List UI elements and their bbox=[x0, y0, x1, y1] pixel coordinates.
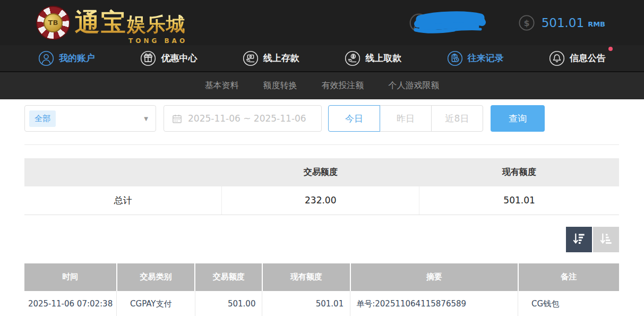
nav-item-withdraw[interactable]: 线上取款 bbox=[345, 50, 401, 66]
sub-nav: 基本资料 额度转换 有效投注额 个人游戏限额 bbox=[0, 72, 644, 99]
nav-label: 线上取款 bbox=[365, 52, 401, 64]
transactions-table: 时间 交易类别 交易额度 现有额度 摘要 备注 2025-11-06 07:02… bbox=[24, 263, 619, 316]
topbar: TB 通宝 娱乐城 TONG BAO 0 bbox=[0, 0, 644, 45]
main-nav: 我的账户 优惠中心 线上存款 线上取款 往来记录 信息公告 bbox=[0, 45, 644, 72]
brand-name: 通宝 娱乐城 TONG BAO bbox=[75, 6, 186, 39]
section-divider bbox=[24, 144, 619, 145]
quick-date-group: 今日 昨日 近8日 bbox=[328, 105, 483, 132]
nav-label: 线上存款 bbox=[263, 52, 299, 64]
col-header-remark: 备注 bbox=[518, 263, 619, 291]
svg-text:$: $ bbox=[523, 18, 529, 28]
filter-row: 全部 ▼ 2025-11-06 ~ 2025-11-06 今日 昨日 近8日 查… bbox=[24, 105, 619, 132]
col-header-amount: 交易额度 bbox=[195, 263, 262, 291]
nav-item-my-account[interactable]: 我的账户 bbox=[38, 50, 95, 66]
selected-type-tag: 全部 bbox=[29, 110, 56, 127]
summary-col-transaction-amount: 交易额度 bbox=[222, 158, 419, 186]
poker-chip-icon: TB bbox=[36, 6, 70, 40]
cell-remark: CG钱包 bbox=[518, 291, 619, 316]
transactions-header-row: 时间 交易类别 交易额度 现有额度 摘要 备注 bbox=[24, 263, 619, 291]
balance-currency: RMB bbox=[588, 17, 605, 28]
sort-descending-button[interactable] bbox=[566, 227, 592, 252]
gift-icon bbox=[140, 50, 156, 66]
content: 全部 ▼ 2025-11-06 ~ 2025-11-06 今日 昨日 近8日 查… bbox=[0, 105, 644, 316]
nav-item-announcements[interactable]: 信息公告 bbox=[549, 50, 606, 66]
brand-logo[interactable]: TB 通宝 娱乐城 TONG BAO bbox=[36, 6, 186, 40]
brand-name-secondary: 娱乐城 bbox=[127, 13, 186, 35]
summary-total-label: 总计 bbox=[24, 186, 222, 215]
dollar-circle-icon: $ bbox=[519, 15, 535, 31]
balance-amount: 501.01 bbox=[542, 16, 584, 30]
sort-ascending-icon bbox=[599, 232, 613, 247]
brand-name-en: TONG BAO bbox=[128, 37, 187, 45]
sort-descending-icon bbox=[572, 232, 586, 247]
account-username[interactable]: 0 bbox=[409, 11, 487, 35]
nav-label: 往来记录 bbox=[468, 52, 504, 64]
sort-ascending-button[interactable] bbox=[593, 227, 619, 252]
col-header-summary: 摘要 bbox=[350, 263, 518, 291]
col-header-balance: 现有额度 bbox=[262, 263, 350, 291]
cell-balance: 501.01 bbox=[262, 291, 350, 316]
summary-header-row: 交易额度 现有额度 bbox=[24, 158, 619, 186]
summary-transaction-amount: 232.00 bbox=[222, 186, 419, 215]
bell-icon bbox=[549, 50, 565, 66]
nav-label: 信息公告 bbox=[570, 52, 606, 64]
nav-label: 优惠中心 bbox=[161, 52, 197, 64]
nav-item-records[interactable]: 往来记录 bbox=[447, 50, 504, 66]
quick-yesterday-button[interactable]: 昨日 bbox=[380, 105, 432, 132]
quick-today-button[interactable]: 今日 bbox=[328, 105, 380, 132]
records-icon bbox=[447, 50, 463, 66]
redaction-scribble bbox=[414, 11, 486, 35]
chip-label: TB bbox=[44, 13, 63, 32]
summary-col-empty bbox=[24, 158, 222, 186]
nav-item-deposit[interactable]: 线上存款 bbox=[243, 50, 299, 66]
summary-total-row: 总计 232.00 501.01 bbox=[24, 186, 619, 215]
cell-amount: 501.00 bbox=[195, 291, 262, 316]
cell-time: 2025-11-06 07:02:38 bbox=[24, 291, 117, 316]
sort-bar bbox=[24, 227, 619, 252]
nav-label: 我的账户 bbox=[59, 52, 95, 64]
deposit-icon bbox=[243, 50, 259, 66]
account-balance[interactable]: $ 501.01 RMB bbox=[519, 15, 605, 31]
summary-current-balance: 501.01 bbox=[419, 186, 619, 215]
quick-last8days-button[interactable]: 近8日 bbox=[431, 105, 483, 132]
subnav-item-credit-transfer[interactable]: 额度转换 bbox=[263, 80, 297, 91]
transaction-row: 2025-11-06 07:02:38 CGPAY支付 501.00 501.0… bbox=[24, 291, 619, 316]
user-icon bbox=[38, 50, 54, 66]
col-header-time: 时间 bbox=[24, 263, 117, 291]
date-range-value: 2025-11-06 ~ 2025-11-06 bbox=[188, 113, 306, 124]
subnav-item-basic-info[interactable]: 基本资料 bbox=[205, 80, 239, 91]
summary-col-current-balance: 现有额度 bbox=[419, 158, 619, 186]
subnav-item-valid-bets[interactable]: 有效投注额 bbox=[322, 80, 364, 91]
subnav-item-game-limits[interactable]: 个人游戏限额 bbox=[389, 80, 440, 91]
type-select[interactable]: 全部 ▼ bbox=[24, 105, 156, 132]
notification-dot bbox=[608, 47, 613, 51]
brand-name-primary: 通宝 bbox=[75, 6, 127, 39]
search-button[interactable]: 查询 bbox=[491, 105, 545, 132]
withdraw-icon bbox=[345, 50, 360, 66]
col-header-type: 交易类别 bbox=[117, 263, 195, 291]
summary-table: 交易额度 现有额度 总计 232.00 501.01 bbox=[24, 158, 619, 215]
chevron-down-icon: ▼ bbox=[144, 116, 148, 122]
calendar-icon bbox=[172, 114, 182, 124]
cell-summary: 单号:202511064115876589 bbox=[350, 291, 518, 316]
date-range-input[interactable]: 2025-11-06 ~ 2025-11-06 bbox=[164, 105, 322, 132]
nav-item-promotions[interactable]: 优惠中心 bbox=[140, 50, 197, 66]
cell-type: CGPAY支付 bbox=[117, 291, 195, 316]
